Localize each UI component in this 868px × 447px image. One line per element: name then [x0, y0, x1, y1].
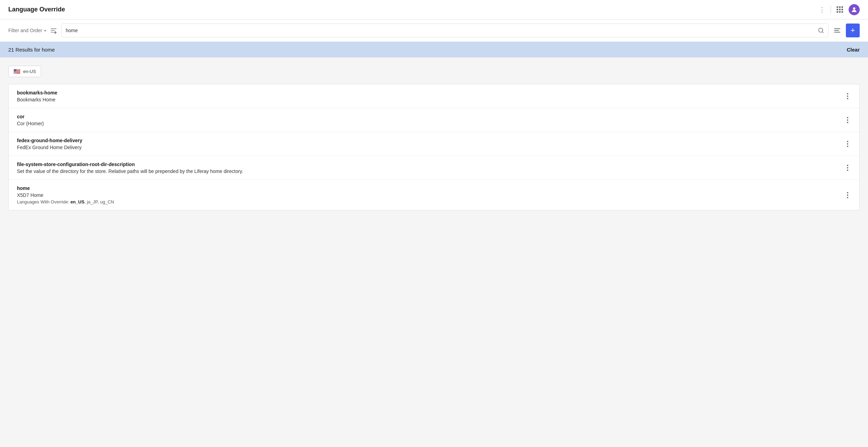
entry-value: Bookmarks Home — [17, 97, 57, 102]
entry-more-button[interactable] — [844, 139, 851, 148]
search-icon[interactable] — [818, 27, 824, 34]
entry-key: file-system-store-configuration-root-dir… — [17, 162, 243, 167]
header-divider — [831, 6, 831, 14]
entry-more-button[interactable] — [844, 163, 851, 172]
page-title: Language Override — [8, 6, 65, 13]
list-view-icon[interactable] — [833, 26, 842, 35]
entry-value: FedEx Ground Home Delivery — [17, 145, 82, 150]
svg-point-0 — [853, 7, 856, 10]
add-button[interactable]: + — [846, 24, 860, 37]
entry-key: bookmarks-home — [17, 90, 57, 95]
flag-icon: 🇺🇸 — [13, 68, 20, 75]
list-item: file-system-store-configuration-root-dir… — [9, 156, 859, 180]
entry-more-button[interactable] — [844, 116, 851, 125]
list-item: cor Cor (Homer) — [9, 108, 859, 132]
entry-value: Set the value of the directory for the s… — [17, 168, 243, 174]
entry-meta: Languages With Override: en_US, ja_JP, u… — [17, 199, 114, 204]
clear-button[interactable]: Clear — [847, 47, 860, 53]
avatar[interactable] — [849, 4, 860, 15]
filter-order-button[interactable]: Filter and Order ▾ — [8, 26, 46, 35]
entry-key: home — [17, 185, 114, 191]
sort-icon[interactable] — [50, 27, 57, 34]
entries-list: bookmarks-home Bookmarks Home cor Cor (H… — [8, 84, 860, 210]
entry-key: cor — [17, 114, 44, 119]
entry-content: fedex-ground-home-delivery FedEx Ground … — [17, 138, 82, 150]
results-banner: 21 Results for home Clear — [0, 42, 868, 57]
entry-more-button[interactable] — [844, 191, 851, 200]
app-header: Language Override ⋮ — [0, 0, 868, 19]
list-item: bookmarks-home Bookmarks Home — [9, 84, 859, 108]
search-input[interactable] — [66, 28, 818, 33]
list-item: home X5D7 Home Languages With Override: … — [9, 180, 859, 210]
entry-content: home X5D7 Home Languages With Override: … — [17, 185, 114, 204]
search-wrapper — [61, 24, 829, 37]
entry-key: fedex-ground-home-delivery — [17, 138, 82, 143]
entry-content: cor Cor (Homer) — [17, 114, 44, 126]
results-count: 21 Results for home — [8, 47, 55, 53]
header-icons: ⋮ — [819, 4, 860, 15]
more-vertical-icon[interactable]: ⋮ — [819, 7, 825, 13]
entry-content: bookmarks-home Bookmarks Home — [17, 90, 57, 102]
entry-value: X5D7 Home — [17, 192, 114, 198]
grid-icon[interactable] — [837, 6, 843, 13]
entry-more-button[interactable] — [844, 92, 851, 101]
svg-line-6 — [822, 31, 823, 33]
entry-content: file-system-store-configuration-root-dir… — [17, 162, 243, 174]
toolbar: Filter and Order ▾ + — [0, 19, 868, 42]
chevron-down-icon: ▾ — [44, 29, 46, 33]
entry-value: Cor (Homer) — [17, 121, 44, 126]
locale-label: en-US — [23, 69, 36, 74]
filter-order-label: Filter and Order — [8, 28, 42, 33]
locale-badge[interactable]: 🇺🇸 en-US — [8, 66, 41, 77]
content-area: 🇺🇸 en-US bookmarks-home Bookmarks Home c… — [0, 57, 868, 219]
list-item: fedex-ground-home-delivery FedEx Ground … — [9, 132, 859, 156]
